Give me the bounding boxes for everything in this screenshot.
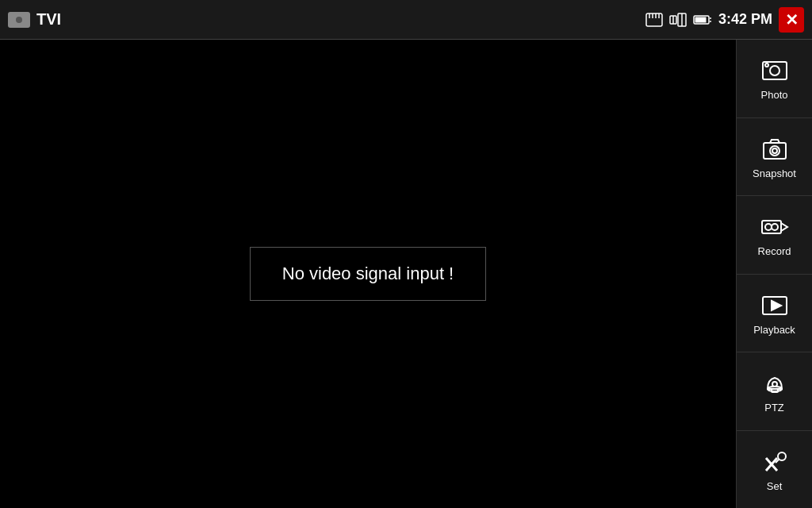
battery-icon (693, 13, 712, 26)
svg-point-17 (770, 146, 779, 156)
sidebar-item-snapshot[interactable]: Snapshot (737, 118, 812, 197)
svg-point-21 (772, 224, 778, 230)
svg-marker-24 (772, 301, 781, 310)
svg-point-15 (765, 64, 768, 67)
record-icon (760, 212, 790, 242)
signal-icon (669, 13, 687, 27)
svg-rect-12 (695, 17, 706, 22)
no-signal-message: No video signal input ! (250, 247, 486, 301)
topbar-right: 3:42 PM ✕ (645, 7, 804, 33)
svg-marker-22 (781, 223, 787, 231)
svg-rect-0 (646, 13, 662, 26)
playback-icon (760, 291, 790, 321)
close-button[interactable]: ✕ (779, 7, 804, 33)
sidebar-item-playback[interactable]: Playback (737, 275, 812, 353)
sd-card-icon (645, 13, 663, 27)
topbar: TVI 3:42 PM ✕ (0, 0, 812, 40)
video-area: No video signal input ! (0, 40, 736, 508)
time-display: 3:42 PM (718, 11, 772, 28)
sidebar-label-set: Set (767, 480, 783, 492)
svg-point-14 (770, 66, 779, 75)
topbar-left: TVI (8, 10, 61, 29)
camera-logo-icon (8, 12, 30, 28)
app-title: TVI (36, 10, 61, 29)
sidebar-label-photo: Photo (761, 89, 788, 101)
sidebar-item-set[interactable]: Set (737, 431, 812, 509)
sidebar-label-playback: Playback (753, 324, 795, 336)
sidebar-item-ptz[interactable]: PTZ (737, 352, 812, 431)
sidebar-label-snapshot: Snapshot (753, 167, 796, 179)
photo-icon (760, 56, 790, 86)
sidebar-item-photo[interactable]: Photo (737, 40, 812, 118)
svg-point-27 (772, 382, 777, 387)
svg-rect-13 (763, 62, 787, 79)
sidebar-label-record: Record (758, 245, 791, 257)
svg-point-30 (778, 452, 786, 460)
set-icon (760, 447, 790, 477)
sidebar-label-ptz: PTZ (764, 402, 784, 414)
sidebar: Photo Snapshot Record Playback (736, 40, 812, 508)
svg-point-18 (772, 148, 777, 153)
snapshot-icon (760, 134, 790, 164)
sidebar-item-record[interactable]: Record (737, 196, 812, 275)
svg-point-20 (765, 224, 772, 230)
ptz-icon (760, 368, 790, 398)
